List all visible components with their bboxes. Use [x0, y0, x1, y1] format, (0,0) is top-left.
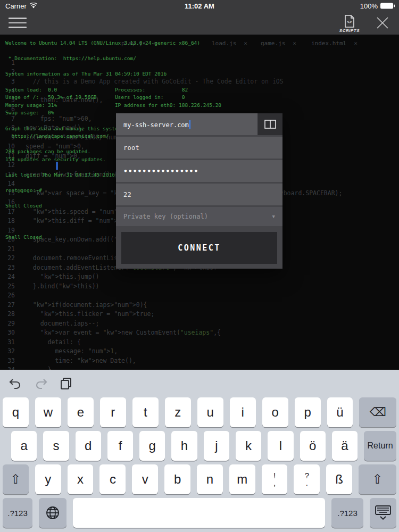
battery-percent: 100%: [360, 2, 378, 10]
username-value: root: [116, 144, 139, 152]
key-t[interactable]: t: [132, 397, 159, 427]
paste-icon: [60, 377, 72, 390]
code-line: 30 "kw">var event = "kw">new CustomEvent…: [0, 328, 399, 338]
code-line: 28 "kw">this.flicker = "num">true;: [0, 310, 399, 319]
tab-close-icon[interactable]: ×: [244, 40, 247, 47]
text-caret: [189, 120, 190, 129]
key-m[interactable]: m: [229, 464, 255, 494]
shift-key-right[interactable]: ⇧: [359, 464, 396, 494]
key-ü[interactable]: ü: [327, 397, 353, 427]
clock: 11:02 AM: [0, 2, 399, 10]
shift-key-left[interactable]: ⇧: [3, 464, 29, 494]
password-dots: ••••••••••••••••: [116, 167, 198, 175]
key-g[interactable]: g: [139, 431, 165, 461]
return-key[interactable]: Return: [364, 431, 396, 461]
host-value: my-ssh-server.com: [123, 121, 189, 129]
key-s[interactable]: s: [43, 431, 69, 461]
ssh-connect-dialog: my-ssh-server.com root •••••••••••••••• …: [116, 113, 282, 269]
key-![interactable]: !,: [262, 464, 288, 494]
globe-icon: [45, 505, 60, 520]
key-ö[interactable]: ö: [300, 431, 326, 461]
private-key-placeholder: Private key (optional): [116, 213, 272, 220]
redo-icon: [34, 378, 48, 389]
key-x[interactable]: x: [68, 464, 94, 494]
code-line: 26: [0, 291, 399, 301]
close-icon: [376, 16, 389, 30]
scripts-label: SCRIPTS: [339, 28, 360, 33]
key-o[interactable]: o: [262, 397, 288, 427]
key-h[interactable]: h: [171, 431, 197, 461]
app-toolbar: <> SCRIPTS: [0, 12, 399, 35]
connect-button[interactable]: CONNECT: [121, 232, 277, 264]
undo-button[interactable]: [9, 378, 22, 389]
key-a[interactable]: a: [11, 431, 37, 461]
key-q[interactable]: q: [3, 397, 29, 427]
tab-close-icon[interactable]: ×: [354, 40, 358, 47]
keyboard-row-2: asdfghjklöäReturn: [0, 431, 399, 461]
code-line: 29 document.iaps--;: [0, 319, 399, 328]
key-?[interactable]: ?.: [294, 464, 320, 494]
key-l[interactable]: l: [268, 431, 293, 461]
code-line: 32 message: "num">1,: [0, 347, 399, 356]
keyboard-row-1: qwertzuiopü⌫: [0, 397, 399, 427]
port-value: 22: [116, 191, 131, 198]
key-k[interactable]: k: [236, 431, 261, 461]
onscreen-keyboard: qwertzuiopü⌫ asdfghjklöäReturn ⇧yxcvbnm!…: [0, 370, 399, 532]
key-b[interactable]: b: [164, 464, 190, 494]
tab-label: index.html: [311, 40, 346, 47]
username-input[interactable]: root: [116, 137, 282, 159]
backspace-key[interactable]: ⌫: [359, 397, 396, 427]
chevron-down-icon: ▼: [272, 214, 282, 219]
key-e[interactable]: e: [68, 397, 94, 427]
undo-icon: [9, 378, 22, 389]
space-key[interactable]: [73, 498, 325, 528]
key-n[interactable]: n: [197, 464, 223, 494]
key-p[interactable]: p: [295, 397, 321, 427]
key-ä[interactable]: ä: [332, 431, 358, 461]
key-v[interactable]: v: [132, 464, 158, 494]
key-c[interactable]: c: [99, 464, 126, 494]
editor-tab[interactable]: index.html×: [311, 40, 358, 47]
scripts-button[interactable]: <> SCRIPTS: [339, 15, 360, 33]
private-key-select[interactable]: Private key (optional) ▼: [116, 207, 282, 226]
script-file-icon: <>: [344, 15, 355, 28]
numbers-key-left[interactable]: .?123: [3, 498, 32, 528]
keyboard-row-3: ⇧yxcvbnm!,?.ß⇧: [0, 464, 399, 494]
editor-text-cursor: [56, 162, 58, 170]
code-line: 27 "kw">if(document.iaps>"num">0){: [0, 300, 399, 310]
key-r[interactable]: r: [100, 397, 126, 427]
status-bar: Carrier 11:02 AM 100%: [0, 0, 399, 12]
svg-text:<>: <>: [347, 20, 352, 24]
port-input[interactable]: 22: [116, 184, 282, 205]
dismiss-keyboard-key[interactable]: [370, 498, 396, 528]
close-button[interactable]: [373, 14, 392, 34]
editor-tab[interactable]: game.js×: [261, 40, 296, 47]
code-line: 34 },: [0, 365, 399, 370]
key-i[interactable]: i: [230, 397, 256, 427]
key-j[interactable]: j: [204, 431, 229, 461]
paste-button[interactable]: [60, 377, 72, 390]
menu-button[interactable]: [9, 18, 27, 28]
key-ß[interactable]: ß: [326, 464, 352, 494]
key-d[interactable]: d: [76, 431, 101, 461]
code-line: 24 "kw">this.jump(): [0, 272, 399, 282]
key-y[interactable]: y: [35, 464, 61, 494]
key-w[interactable]: w: [35, 397, 61, 427]
key-u[interactable]: u: [197, 397, 223, 427]
keyboard-dismiss-icon: [375, 505, 391, 520]
connect-label: CONNECT: [178, 243, 221, 253]
tab-label: game.js: [261, 40, 285, 47]
numbers-key-right[interactable]: .?123: [331, 498, 363, 528]
saved-connections-button[interactable]: [258, 113, 282, 135]
key-f[interactable]: f: [107, 431, 133, 461]
host-input[interactable]: my-ssh-server.com: [116, 113, 257, 135]
code-line: 31 detail: {: [0, 337, 399, 347]
key-z[interactable]: z: [165, 397, 191, 427]
password-input[interactable]: ••••••••••••••••: [116, 160, 282, 182]
keyboard-accessory-bar: [0, 370, 72, 397]
address-book-icon: [264, 120, 276, 129]
keyboard-row-4: .?123 .?123: [0, 498, 399, 528]
globe-key[interactable]: [39, 498, 66, 528]
tab-close-icon[interactable]: ×: [293, 40, 296, 47]
redo-button[interactable]: [34, 378, 48, 389]
